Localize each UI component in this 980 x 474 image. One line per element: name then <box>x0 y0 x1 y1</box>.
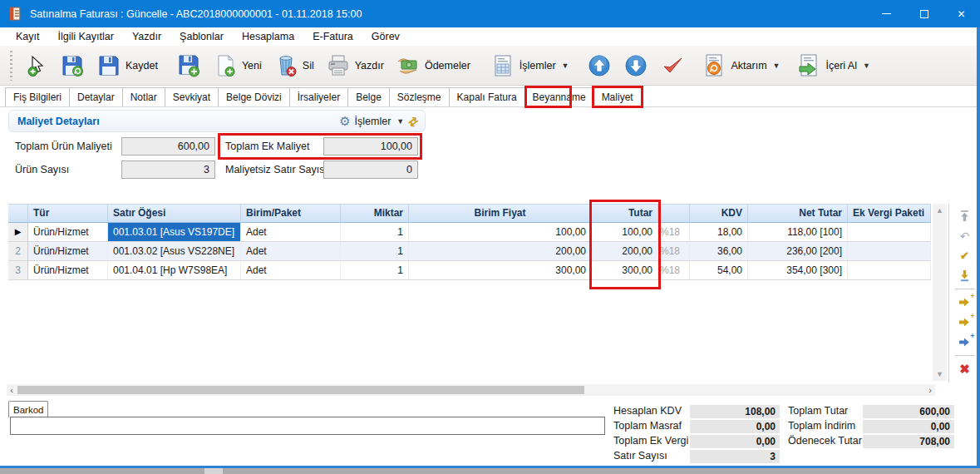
cell-ek-vergi[interactable] <box>848 223 931 242</box>
cell-satir-ogesi-selected[interactable]: 001.03.01 [Asus VS197DE] <box>108 223 241 242</box>
delete-row-icon[interactable]: ✖ <box>956 362 974 376</box>
cost-operations-button[interactable]: İşlemler <box>355 116 392 127</box>
cell-net-tutar[interactable]: 236,00 [200] <box>748 242 848 261</box>
add-detail-row-icon[interactable]: + <box>956 315 974 329</box>
move-top-icon[interactable] <box>956 209 974 223</box>
cell-ek-vergi[interactable] <box>848 261 931 280</box>
cell-kdv-oran[interactable]: %18 <box>658 261 690 280</box>
grid-header-birim-fiyat[interactable]: Birim Fiyat <box>409 205 592 223</box>
menu-hesaplama[interactable]: Hesaplama <box>233 31 303 42</box>
cell-birim-paket[interactable]: Adet <box>241 242 341 261</box>
apply-row-icon[interactable]: ✔ <box>956 249 974 263</box>
menu-kayit[interactable]: Kayıt <box>7 31 49 42</box>
cell-satir-ogesi[interactable]: 001.04.01 [Hp W7S98EA] <box>108 261 241 280</box>
tab-maliyet[interactable]: Maliyet <box>593 87 642 106</box>
refresh-swirl-icon[interactable]: ⇄ <box>406 113 421 130</box>
grid-header-ek-vergi[interactable]: Ek Vergi Paketi <box>848 205 931 223</box>
cell-ek-vergi[interactable] <box>848 242 931 261</box>
cell-tur[interactable]: Ürün/Hizmet <box>28 242 108 261</box>
cell-tutar[interactable]: 300,00 <box>592 261 658 280</box>
select-add-button[interactable] <box>21 52 52 80</box>
chevron-down-icon[interactable]: ▼ <box>396 117 404 126</box>
menu-yazdir[interactable]: Yazdır <box>123 31 170 42</box>
menu-sablonlar[interactable]: Şablonlar <box>170 31 233 42</box>
cell-tutar[interactable]: 200,00 <box>592 242 658 261</box>
cell-birim-paket[interactable]: Adet <box>241 223 341 242</box>
scrollbar-thumb[interactable] <box>17 386 584 394</box>
grid-header-net-tutar[interactable]: Net Tutar <box>748 205 848 223</box>
scroll-down-icon[interactable]: ▼ <box>933 370 947 378</box>
menu-gorev[interactable]: Görev <box>362 31 409 42</box>
tab-notlar[interactable]: Notlar <box>122 87 165 106</box>
grid-header-tutar[interactable]: Tutar <box>592 205 658 223</box>
grid-header-birim-paket[interactable]: Birim/Paket <box>241 205 341 223</box>
tab-sevkiyat[interactable]: Sevkiyat <box>165 87 219 106</box>
cell-birim-paket[interactable]: Adet <box>241 261 341 280</box>
cost-section-header: Maliyet Detayları ⚙ İşlemler ▼ ⇄ <box>8 110 426 132</box>
add-row-icon[interactable]: + <box>956 295 974 309</box>
cell-birim-fiyat[interactable]: 200,00 <box>409 242 592 261</box>
grid-header-tur[interactable]: Tür <box>28 205 108 223</box>
cell-net-tutar[interactable]: 118,00 [100] <box>748 223 848 242</box>
barkod-tab[interactable]: Barkod <box>8 401 48 417</box>
maximize-button[interactable] <box>905 0 943 27</box>
tab-fis-bilgileri[interactable]: Fiş Bilgileri <box>5 87 70 106</box>
grid-header-miktar[interactable]: Miktar <box>341 205 409 223</box>
approve-button[interactable] <box>656 51 689 81</box>
cell-satir-ogesi[interactable]: 001.03.02 [Asus VS228NE] <box>108 242 241 261</box>
tab-irsaliyeler[interactable]: İrsaliyeler <box>289 87 348 106</box>
save-refresh-button[interactable] <box>56 51 89 81</box>
transfer-icon <box>702 53 726 78</box>
operations-button[interactable]: İşlemler ▼ <box>486 51 574 81</box>
save-sync-icon <box>60 53 85 78</box>
cell-tur[interactable]: Ürün/Hizmet <box>28 261 108 280</box>
grid-horizontal-scrollbar[interactable]: ‹ › <box>7 384 935 396</box>
delete-button[interactable]: Sil <box>269 51 318 81</box>
new-button[interactable]: Yeni <box>209 51 266 81</box>
cell-miktar[interactable]: 1 <box>341 242 409 261</box>
costless-row-count-field: 0 <box>323 160 418 179</box>
cell-kdv[interactable]: 54,00 <box>690 261 748 280</box>
cell-miktar[interactable]: 1 <box>341 223 409 242</box>
cell-kdv-oran[interactable]: %18 <box>658 242 690 261</box>
cell-kdv[interactable]: 36,00 <box>690 242 748 261</box>
cell-tur[interactable]: Ürün/Hizmet <box>28 223 108 242</box>
cell-birim-fiyat[interactable]: 300,00 <box>409 261 592 280</box>
transfer-button[interactable]: Aktarım ▼ <box>697 51 784 81</box>
tab-detaylar[interactable]: Detaylar <box>69 87 123 106</box>
print-button[interactable]: Yazdır <box>322 51 388 81</box>
tab-belge-dovizi[interactable]: Belge Dövizi <box>218 87 290 106</box>
tab-kapali-fatura[interactable]: Kapalı Fatura <box>449 87 525 106</box>
cell-net-tutar[interactable]: 354,00 [300] <box>748 261 848 280</box>
close-button[interactable]: ✕ <box>943 0 980 27</box>
cell-kdv[interactable]: 18,00 <box>690 223 748 242</box>
insert-bottom-icon[interactable] <box>956 269 974 283</box>
minimize-button[interactable] <box>868 0 905 27</box>
save-button[interactable]: Kaydet <box>92 51 162 81</box>
undo-move-icon[interactable]: ↶ <box>956 229 974 243</box>
menu-e-fatura[interactable]: E-Fatura <box>303 31 362 42</box>
cell-tutar[interactable]: 100,00 <box>592 223 658 242</box>
save-add-button[interactable] <box>172 51 205 81</box>
menu-ilgili-kayitlar[interactable]: İlgili Kayıtlar <box>49 31 123 42</box>
satir-sayisi-value: 3 <box>690 450 780 463</box>
payments-button[interactable]: Ödemeler <box>392 51 475 81</box>
tab-belge[interactable]: Belge <box>347 87 390 106</box>
grid-header-kdv[interactable]: KDV <box>690 205 748 223</box>
scroll-up-icon[interactable]: ▲ <box>933 206 947 215</box>
desktop-strip <box>0 468 980 474</box>
cell-birim-fiyat[interactable]: 100,00 <box>409 223 592 242</box>
scroll-left-icon[interactable]: ‹ <box>7 384 17 396</box>
tab-beyanname[interactable]: Beyanname <box>524 87 594 106</box>
cell-miktar[interactable]: 1 <box>341 261 409 280</box>
barkod-input[interactable] <box>10 417 605 435</box>
cell-kdv-oran[interactable]: %18 <box>658 223 690 242</box>
tab-sozlesme[interactable]: Sözleşme <box>389 87 450 106</box>
copy-row-icon[interactable]: + <box>956 335 974 349</box>
move-down-button[interactable] <box>619 51 653 81</box>
grid-header-satir-ogesi[interactable]: Satır Öğesi <box>108 205 241 223</box>
scroll-right-icon[interactable]: › <box>925 384 935 396</box>
grid-vertical-scrollbar[interactable]: ▲ ▼ <box>933 204 947 381</box>
import-button[interactable]: İçeri Al ▼ <box>792 51 874 81</box>
move-up-button[interactable] <box>583 51 616 81</box>
